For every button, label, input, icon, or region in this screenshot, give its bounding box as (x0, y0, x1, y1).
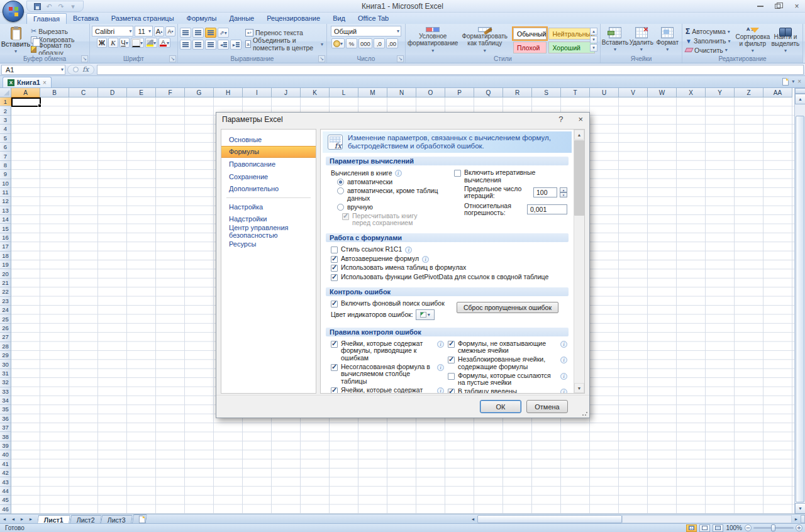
row-header[interactable]: 28 (0, 342, 11, 351)
options-category[interactable]: Сохранение (221, 170, 316, 183)
close-button[interactable]: × (792, 2, 801, 11)
dialog-launcher-icon[interactable]: ↘ (397, 55, 404, 62)
options-category[interactable]: Формулы (221, 146, 316, 158)
column-header[interactable]: S (532, 88, 561, 97)
ribbon-tab[interactable]: Вид (326, 13, 352, 24)
column-header[interactable]: AA (763, 88, 792, 97)
vertical-scrollbar[interactable]: ▲ ▼ (794, 88, 805, 514)
row-header[interactable]: 43 (0, 477, 11, 486)
row-header[interactable]: 46 (0, 505, 11, 514)
ribbon-tab[interactable]: Данные (223, 13, 260, 24)
row-header[interactable]: 35 (0, 405, 11, 414)
row-header[interactable]: 42 (0, 468, 11, 477)
options-category[interactable]: Ресурсы (221, 238, 316, 250)
ribbon-tab[interactable]: Рецензирование (260, 13, 326, 24)
row-header[interactable]: 8 (0, 161, 11, 170)
resize-grip[interactable] (582, 410, 588, 416)
accounting-format-button[interactable]: ▾ (331, 38, 345, 48)
zoom-out-button[interactable]: − (745, 524, 752, 531)
zoom-thumb[interactable] (771, 524, 775, 531)
checkbox-option[interactable]: В таблицу введены недопустимые данныеi (448, 388, 567, 393)
column-header[interactable]: Q (474, 88, 503, 97)
format-as-table-button[interactable]: Форматировать как таблицу ▾ (460, 25, 511, 54)
cut-button[interactable]: ✂ Вырезать (30, 27, 87, 36)
row-header[interactable]: 20 (0, 269, 11, 278)
row-header[interactable]: 30 (0, 360, 11, 369)
cell-style-option[interactable]: Плохой (513, 42, 547, 53)
cancel-button[interactable]: Отмена (526, 400, 568, 413)
checkbox-option[interactable]: Стиль ссылок R1C1i (331, 246, 567, 253)
ribbon-tab[interactable]: Разметка страницы (105, 13, 180, 24)
column-header[interactable]: P (445, 88, 474, 97)
column-header[interactable]: J (272, 88, 301, 97)
sheet-tab[interactable]: Лист1 (37, 515, 70, 524)
align-top-button[interactable] (180, 28, 191, 38)
paste-button[interactable]: Вставить ▾ (2, 25, 30, 54)
page-break-view-button[interactable] (713, 524, 723, 532)
normal-view-button[interactable] (686, 524, 697, 532)
insert-sheet-tab[interactable] (132, 514, 147, 523)
iterative-calc-checkbox[interactable]: Включить итеративные вычисления (454, 169, 567, 184)
align-left-button[interactable] (180, 40, 191, 50)
dialog-launcher-icon[interactable]: ↘ (81, 55, 88, 62)
scroll-up-button[interactable]: ▲ (795, 94, 805, 104)
number-format-combo[interactable]: Общий ▾ (331, 26, 401, 36)
dialog-launcher-icon[interactable]: ↘ (318, 55, 325, 62)
row-header[interactable]: 11 (0, 188, 11, 197)
checkbox-option[interactable]: Формулы, не охватывающие смежные ячейкиi (448, 340, 567, 355)
horizontal-scrollbar[interactable]: ◄ ► (469, 514, 805, 524)
office-button[interactable] (3, 1, 24, 22)
row-header[interactable]: 16 (0, 233, 11, 242)
radio-option[interactable]: автоматически, кроме таблиц данных (337, 187, 452, 202)
row-header[interactable]: 19 (0, 260, 11, 269)
align-bottom-button[interactable] (205, 28, 216, 38)
column-header[interactable]: N (387, 88, 416, 97)
checkbox-option[interactable]: Ячейки, которые содержат годы, представл… (331, 387, 445, 394)
row-header[interactable]: 15 (0, 224, 11, 233)
options-category[interactable]: Правописание (221, 158, 316, 170)
comma-button[interactable]: 000 (358, 38, 372, 48)
chevron-down-icon[interactable]: ▾ (792, 79, 794, 84)
dialog-scroll-thumb[interactable] (574, 140, 584, 216)
ok-button[interactable]: ОК (480, 400, 521, 413)
orientation-button[interactable]: ⇗▾ (218, 28, 229, 38)
spin-down-icon[interactable]: ▾ (560, 192, 567, 197)
gallery-more-button[interactable]: ▾ (590, 44, 597, 52)
qat-customize-button[interactable]: ▾ (68, 2, 78, 11)
options-category[interactable]: Настройка (221, 201, 316, 213)
align-center-button[interactable] (192, 40, 204, 50)
bold-button[interactable]: Ж (97, 38, 107, 48)
row-header[interactable]: 34 (0, 396, 11, 405)
column-header[interactable]: U (590, 88, 619, 97)
merge-center-button[interactable]: a Объединить и поместить в центре ▾ (244, 40, 325, 48)
format-cells-button[interactable]: Формат ▾ (655, 25, 680, 54)
insert-cells-button[interactable]: Вставить ▾ (602, 25, 628, 54)
zoom-in-button[interactable]: + (796, 524, 802, 531)
gallery-up-button[interactable]: ▴ (590, 28, 597, 35)
column-header[interactable]: L (330, 88, 358, 97)
radio-option[interactable]: автоматически (337, 179, 452, 186)
options-category[interactable]: Основные (221, 133, 316, 146)
dialog-launcher-icon[interactable]: ↘ (169, 55, 176, 62)
row-header[interactable]: 26 (0, 324, 11, 333)
column-header[interactable]: A (11, 88, 40, 97)
row-header[interactable]: 10 (0, 179, 11, 188)
ribbon-tab[interactable]: Вставка (67, 13, 105, 24)
column-header[interactable]: T (561, 88, 590, 97)
row-header[interactable]: 29 (0, 351, 11, 360)
row-header[interactable]: 39 (0, 441, 11, 450)
decrease-indent-button[interactable]: ◄ (218, 40, 229, 50)
row-header[interactable]: 22 (0, 287, 11, 296)
dialog-help-button[interactable]: ? (558, 114, 563, 124)
ribbon-tab[interactable]: Формулы (180, 13, 223, 24)
row-header[interactable]: 1 (0, 97, 11, 106)
increase-decimal-button[interactable]: ,0 (374, 38, 385, 48)
percent-button[interactable]: % (346, 38, 357, 48)
new-document-icon[interactable] (782, 78, 789, 86)
row-header[interactable]: 27 (0, 333, 11, 341)
column-header[interactable]: Y (706, 88, 735, 97)
sort-filter-button[interactable]: А Я Сортировка и фильтр ▾ (737, 25, 769, 54)
font-color-button[interactable]: А ▾ (158, 38, 170, 48)
checkbox-option[interactable]: Несогласованная формула в вычисляемом ст… (331, 363, 445, 385)
bar-close-icon[interactable]: × (797, 78, 801, 85)
